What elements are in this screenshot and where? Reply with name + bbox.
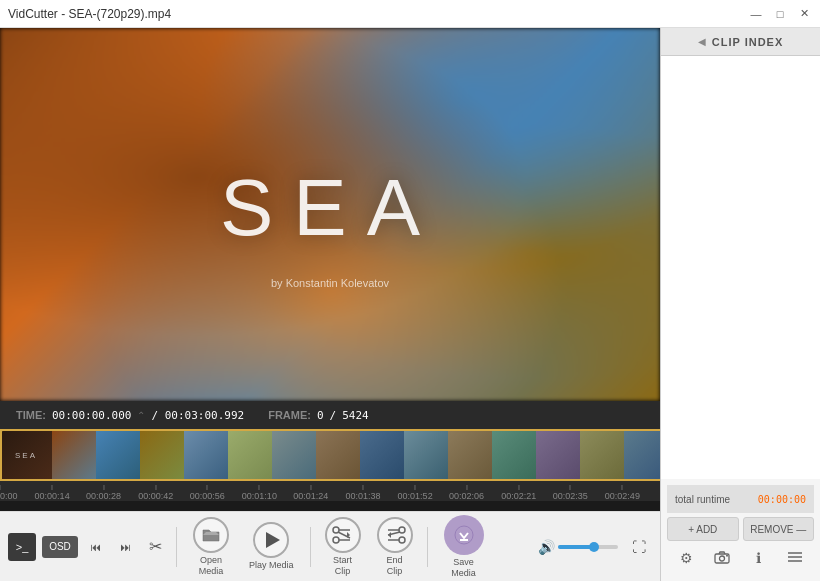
ruler-mark-7: 00:01:38	[345, 485, 380, 501]
svg-point-7	[399, 537, 405, 543]
tl-frame-8	[316, 431, 360, 479]
add-remove-bar: + ADD REMOVE —	[667, 517, 814, 541]
controls-bar: >_ OSD ⏮ ⏭ ✂ OpenMedia	[0, 511, 660, 581]
info-button[interactable]: ℹ	[746, 545, 772, 571]
close-button[interactable]: ✕	[796, 6, 812, 22]
frame-display: FRAME: 0 / 5424	[268, 409, 369, 422]
tl-frame-11	[448, 431, 492, 479]
tl-frame-6	[228, 431, 272, 479]
timeline-frames	[0, 431, 660, 479]
minimize-button[interactable]: —	[748, 6, 764, 22]
main-area: SEA by Konstantin Kolevatov TIME: 00:00:…	[0, 28, 820, 581]
divider-2	[310, 527, 311, 567]
timeline-strip[interactable]	[0, 429, 660, 481]
playhead[interactable]	[0, 431, 2, 481]
play-media-icon	[253, 522, 289, 558]
tl-frame-4	[140, 431, 184, 479]
ruler-mark-11: 00:02:35	[553, 485, 588, 501]
settings-button[interactable]: ⚙	[673, 545, 699, 571]
volume-icon: 🔊	[538, 539, 555, 555]
clip-index-body	[661, 56, 820, 479]
menu-button[interactable]	[782, 545, 808, 571]
play-media-button[interactable]: Play Media	[241, 520, 302, 573]
open-media-icon	[193, 517, 229, 553]
tl-frame-1	[0, 431, 52, 479]
tl-frame-12	[492, 431, 536, 479]
tl-frame-10	[404, 431, 448, 479]
volume-thumb[interactable]	[589, 542, 599, 552]
prev-frame-button[interactable]: ⏮	[82, 534, 108, 560]
video-title-overlay: SEA	[220, 161, 440, 253]
runtime-bar: total runtime 00:00:00	[667, 485, 814, 513]
time-display: TIME: 00:00:00.000 ⌃ / 00:03:00.992	[16, 409, 244, 422]
open-media-label: OpenMedia	[199, 555, 224, 577]
menu-icon	[788, 550, 802, 566]
start-clip-icon	[325, 517, 361, 553]
clip-index-panel: ◀ CLIP INDEX total runtime 00:00:00 + AD…	[660, 28, 820, 581]
volume-control[interactable]: 🔊	[538, 539, 618, 555]
window-title: VidCutter - SEA-(720p29).mp4	[8, 7, 171, 21]
svg-marker-11	[388, 532, 391, 538]
titlebar: VidCutter - SEA-(720p29).mp4 — □ ✕	[0, 0, 820, 28]
video-subtitle-overlay: by Konstantin Kolevatov	[271, 277, 389, 289]
ruler-mark-8: 00:01:52	[398, 485, 433, 501]
ruler-mark-5: 00:01:10	[242, 485, 277, 501]
ruler-mark-3: 00:00:42	[138, 485, 173, 501]
start-clip-button[interactable]: StartClip	[319, 515, 367, 579]
tl-frame-7	[272, 431, 316, 479]
left-panel: SEA by Konstantin Kolevatov TIME: 00:00:…	[0, 28, 660, 581]
frame-label: FRAME:	[268, 409, 311, 421]
frame-separator: /	[330, 409, 337, 422]
ruler-mark-2: 00:00:28	[86, 485, 121, 501]
time-label: TIME:	[16, 409, 46, 421]
time-arrow[interactable]: ⌃	[137, 410, 145, 421]
clip-index-arrow: ◀	[698, 36, 706, 47]
svg-rect-16	[726, 555, 728, 557]
camera-icon	[714, 550, 730, 567]
save-media-icon	[444, 515, 484, 555]
ruler-mark-9: 00:02:06	[449, 485, 484, 501]
clip-index-header: ◀ CLIP INDEX	[661, 28, 820, 56]
playhead-marker	[0, 429, 7, 433]
clip-index-title: CLIP INDEX	[712, 36, 784, 48]
gear-icon: ⚙	[680, 550, 693, 566]
add-clip-button[interactable]: + ADD	[667, 517, 739, 541]
volume-track[interactable]	[558, 545, 618, 549]
video-frame: SEA by Konstantin Kolevatov	[0, 28, 660, 401]
timeline-ruler: 00:00:00 00:00:14 00:00:28 00:00:42 00:0…	[0, 481, 660, 501]
start-clip-label: StartClip	[333, 555, 352, 577]
clip-index-footer: total runtime 00:00:00 + ADD REMOVE — ⚙	[661, 479, 820, 581]
runtime-label: total runtime	[675, 494, 730, 505]
end-clip-icon	[377, 517, 413, 553]
tl-frame-5	[184, 431, 228, 479]
fullscreen-button[interactable]: ⛶	[626, 534, 652, 560]
camera-button[interactable]	[709, 545, 735, 571]
divider-1	[176, 527, 177, 567]
play-triangle-icon	[266, 532, 280, 548]
runtime-value: 00:00:00	[758, 494, 806, 505]
remove-clip-button[interactable]: REMOVE —	[743, 517, 815, 541]
save-media-button[interactable]: SaveMedia	[436, 513, 492, 581]
maximize-button[interactable]: □	[772, 6, 788, 22]
ruler-mark-1: 00:00:14	[35, 485, 70, 501]
tl-frame-15	[624, 431, 660, 479]
end-clip-label: EndClip	[387, 555, 403, 577]
window-controls: — □ ✕	[748, 6, 812, 22]
frame-total: 5424	[342, 409, 369, 422]
terminal-button[interactable]: >_	[8, 533, 36, 561]
time-current: 00:00:00.000	[52, 409, 131, 422]
ruler-mark-0: 00:00:00	[0, 485, 18, 501]
timeline-area[interactable]: 00:00:00 00:00:14 00:00:28 00:00:42 00:0…	[0, 429, 660, 511]
next-frame-button[interactable]: ⏭	[112, 534, 138, 560]
svg-point-15	[720, 556, 725, 561]
video-player[interactable]: SEA by Konstantin Kolevatov	[0, 28, 660, 401]
ruler-mark-12: 00:02:49	[605, 485, 640, 501]
scissors-button[interactable]: ✂	[142, 534, 168, 560]
ruler-marks: 00:00:00 00:00:14 00:00:28 00:00:42 00:0…	[0, 481, 660, 501]
end-clip-button[interactable]: EndClip	[371, 515, 419, 579]
osd-button[interactable]: OSD	[42, 536, 78, 558]
divider-3	[427, 527, 428, 567]
tl-frame-14	[580, 431, 624, 479]
open-media-button[interactable]: OpenMedia	[185, 515, 237, 579]
bottom-icon-bar: ⚙ ℹ	[667, 541, 814, 575]
